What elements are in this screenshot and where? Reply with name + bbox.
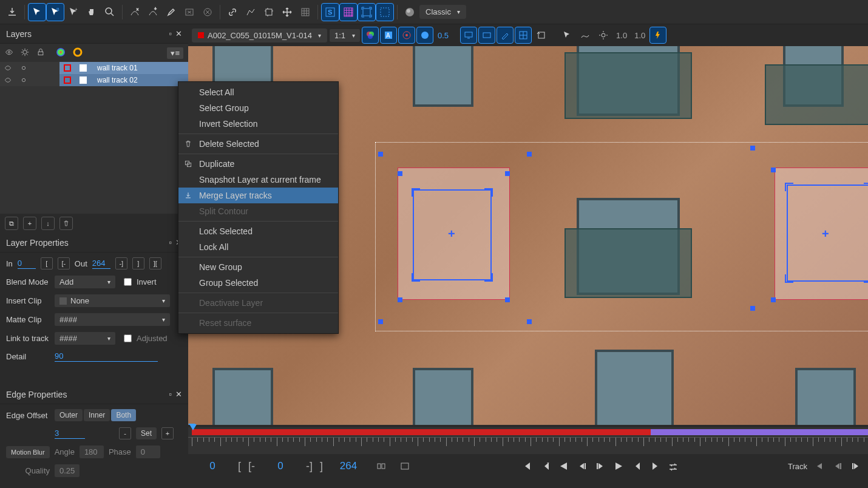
brush-tool[interactable] — [163, 4, 180, 21]
zoom-tool[interactable] — [101, 4, 118, 21]
play-button[interactable] — [612, 460, 625, 472]
invert-checkbox[interactable] — [124, 278, 132, 286]
in-reset[interactable]: [- — [248, 460, 255, 473]
track-center-2[interactable]: + — [822, 227, 829, 241]
bounds-mode-button[interactable] — [358, 4, 375, 21]
rgb-channel-button[interactable] — [362, 27, 378, 43]
out-reset[interactable]: -] — [306, 460, 313, 473]
gain-field[interactable]: 1.0 — [632, 31, 648, 40]
gamma-field[interactable]: 1.0 — [614, 31, 629, 40]
panel-undock-icon[interactable]: ▫ — [169, 29, 172, 38]
timeline-ruler[interactable] — [188, 437, 868, 454]
out-field[interactable]: 264 — [92, 258, 110, 269]
adjusted-checkbox[interactable] — [124, 334, 132, 342]
menu-item-duplicate[interactable]: Duplicate — [178, 156, 338, 172]
monitor-button[interactable] — [461, 27, 476, 43]
menu-item-select-group[interactable]: Select Group — [178, 100, 338, 116]
out-all-button[interactable]: ][ — [149, 257, 161, 269]
curve-mode-button[interactable] — [577, 27, 593, 43]
circle-x-tool[interactable] — [199, 4, 216, 21]
insert-clip-select[interactable]: None — [55, 294, 170, 307]
menu-item-snapshot-layer-at-current-frame[interactable]: Snapshot Layer at current frame — [178, 172, 338, 188]
menu-item-group-selected[interactable]: Group Selected — [178, 275, 338, 291]
visibility-toggle[interactable] — [0, 76, 16, 84]
out-bracket-button[interactable]: ] — [132, 257, 144, 269]
track-center-1[interactable]: + — [448, 227, 455, 241]
go-end-button[interactable] — [649, 460, 661, 472]
matte-color-swatch[interactable] — [80, 76, 87, 84]
panel-undock-icon[interactable]: ▫ — [169, 390, 172, 399]
panel-undock-icon[interactable]: ▫ — [169, 238, 172, 247]
matte-button[interactable] — [417, 27, 433, 43]
safe-mode-button[interactable] — [376, 4, 393, 21]
edge-plus-button[interactable]: + — [161, 427, 174, 439]
hand-tool[interactable] — [83, 4, 100, 21]
step-forward-button[interactable] — [594, 460, 606, 472]
phase-field[interactable]: 0 — [136, 446, 160, 458]
add-point-tool[interactable]: + — [65, 4, 82, 21]
link-track-select[interactable]: #### — [55, 332, 115, 345]
spline-plus-tool[interactable]: + — [144, 4, 161, 21]
visibility-toggle[interactable] — [0, 64, 16, 72]
track-backward-step-button[interactable] — [832, 460, 844, 472]
motion-blur-button[interactable]: Motion Blur — [6, 446, 50, 458]
lock-icon[interactable] — [36, 48, 45, 58]
frame-current-field[interactable]: 0 — [262, 460, 299, 472]
duplicate-layer-button[interactable]: ⧉ — [5, 217, 18, 230]
frame-start-field[interactable]: 0 — [194, 460, 231, 472]
pointer-tool[interactable] — [29, 4, 46, 21]
grid-view-button[interactable] — [515, 27, 531, 43]
frame-end-field[interactable]: 264 — [330, 460, 367, 472]
power-button[interactable] — [650, 27, 666, 43]
spline-x-tool[interactable]: x — [126, 4, 143, 21]
track-backward-button[interactable] — [813, 460, 826, 472]
zoom-select[interactable]: 1:1 — [330, 29, 360, 42]
ball-icon[interactable] — [401, 4, 418, 21]
clip-selector[interactable]: A002_C055_01015M_V1-014 — [192, 29, 327, 42]
contour-tool[interactable] — [242, 4, 259, 21]
quality-field[interactable]: 0.25 — [55, 464, 80, 477]
in-bracket[interactable]: [ — [238, 460, 241, 473]
edge-outer-tab[interactable]: Outer — [55, 409, 83, 421]
cursor-mode-button[interactable] — [559, 27, 575, 43]
fit-timeline-button[interactable] — [397, 458, 413, 474]
clip-button[interactable] — [479, 27, 495, 43]
transform-tool[interactable] — [260, 4, 277, 21]
in-reset-button[interactable]: [- — [58, 257, 70, 269]
rect-x-tool[interactable] — [181, 4, 198, 21]
import-icon[interactable] — [4, 4, 21, 21]
edge-both-tab[interactable]: Both — [111, 409, 136, 421]
edge-minus-button[interactable]: - — [119, 427, 131, 439]
menu-item-delete-selected[interactable]: Delete Selected — [178, 136, 338, 152]
go-start-button[interactable] — [521, 460, 534, 472]
next-key-button[interactable] — [631, 460, 643, 472]
in-field[interactable]: 0 — [18, 258, 36, 269]
rotate-button[interactable] — [534, 27, 549, 43]
visibility-icon[interactable] — [5, 48, 13, 58]
out-reset-button[interactable]: -] — [115, 257, 127, 269]
edge-offset-field[interactable]: 3 — [55, 428, 85, 439]
process-icon[interactable] — [21, 48, 29, 58]
grid-mode-button[interactable] — [340, 4, 357, 21]
prev-key-button[interactable]: T — [540, 460, 552, 472]
blend-mode-select[interactable]: Add — [55, 276, 115, 288]
grid-tool[interactable] — [297, 4, 314, 21]
menu-item-lock-selected[interactable]: Lock Selected — [178, 223, 338, 239]
edge-set-button[interactable]: Set — [136, 427, 157, 439]
angle-field[interactable]: 180 — [80, 446, 104, 458]
spline-color-swatch[interactable] — [64, 76, 71, 84]
panel-close-icon[interactable]: ✕ — [175, 390, 182, 399]
new-layer-button[interactable]: + — [23, 217, 36, 230]
process-toggle[interactable] — [16, 76, 32, 84]
layer-menu-icon[interactable]: ▾≡ — [167, 47, 183, 59]
edit-mode-button[interactable] — [497, 27, 513, 43]
process-toggle[interactable] — [16, 64, 32, 72]
out-bracket[interactable]: ] — [320, 460, 323, 473]
edge-inner-tab[interactable]: Inner — [84, 409, 110, 421]
layer-row-1[interactable]: wall track 01 — [0, 62, 188, 74]
panel-close-icon[interactable]: ✕ — [175, 29, 182, 38]
pointer-b-tool[interactable]: B — [47, 4, 64, 21]
workspace-dropdown[interactable]: Classic — [419, 5, 466, 19]
spline-color-swatch[interactable] — [64, 64, 71, 72]
menu-item-merge-layer-tracks[interactable]: Merge Layer tracks — [178, 188, 338, 203]
